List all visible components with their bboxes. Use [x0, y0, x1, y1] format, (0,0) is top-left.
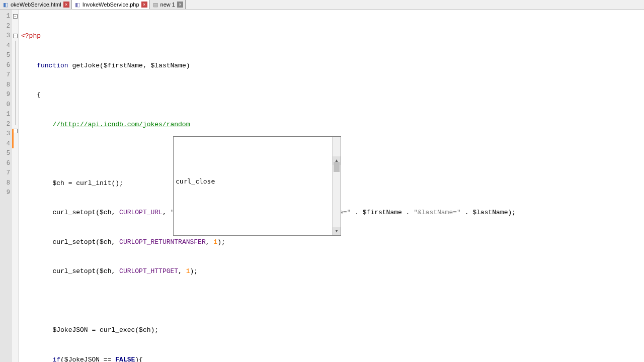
tab-label: InvokeWebService.php: [83, 2, 139, 8]
fold-toggle[interactable]: −: [13, 14, 18, 19]
change-marker: [12, 129, 14, 148]
line-number: 0: [0, 100, 12, 110]
line-number: 9: [0, 188, 12, 198]
fn-call: curl_init: [76, 179, 111, 187]
fn-call: curl_setopt: [52, 238, 96, 246]
line-number: 6: [0, 159, 12, 169]
php-icon: ◧: [74, 1, 81, 8]
line-number: 9: [0, 90, 12, 100]
line-number: 3: [0, 129, 12, 139]
const: CURLOPT_URL: [119, 209, 163, 216]
param: $firstName: [104, 62, 143, 69]
function-name: getJoke: [72, 62, 100, 69]
line-number: 7: [0, 168, 12, 178]
tab-html[interactable]: ◧ okeWebService.html ×: [0, 0, 72, 9]
number: 1: [186, 267, 190, 275]
fold-gutter: − − −: [12, 10, 19, 362]
line-number: 7: [0, 70, 12, 80]
tab-php[interactable]: ◧ InvokeWebService.php ×: [72, 0, 150, 9]
editor: 1 2 3 4 5 6 7 8 9 0 1 2 3 4 5 6 7 8 9 − …: [0, 10, 644, 362]
line-gutter: 1 2 3 4 5 6 7 8 9 0 1 2 3 4 5 6 7 8 9: [0, 10, 12, 362]
line-number: 5: [0, 149, 12, 159]
php-open-tag: <?php: [21, 32, 41, 40]
line-number: 3: [0, 31, 12, 41]
fold-line: [15, 41, 16, 125]
const: CURLOPT_RETURNTRANSFER: [119, 238, 206, 246]
fold-toggle[interactable]: −: [13, 129, 18, 133]
var: $JokeJSON: [52, 326, 88, 334]
html-icon: ◧: [2, 1, 9, 8]
string: "&lastName=": [414, 209, 461, 216]
line-number: 4: [0, 41, 12, 51]
scroll-thumb[interactable]: [334, 162, 340, 172]
scrollbar[interactable]: ▲ ▼: [332, 137, 341, 235]
line-number: 1: [0, 110, 12, 120]
tab-new[interactable]: ▤ new 1 ×: [150, 0, 186, 9]
close-icon[interactable]: ×: [63, 2, 69, 8]
line-number: 8: [0, 178, 12, 189]
line-number: 2: [0, 120, 12, 130]
const: CURLOPT_HTTPGET: [119, 267, 178, 275]
var: $ch: [52, 179, 64, 187]
code-area[interactable]: <?php function getJoke($firstName, $last…: [19, 10, 644, 362]
line-number: 4: [0, 139, 12, 149]
brace: {: [37, 91, 41, 99]
line-number: 2: [0, 22, 12, 32]
close-icon[interactable]: ×: [177, 2, 183, 8]
keyword: function: [37, 62, 68, 69]
line-number: 5: [0, 51, 12, 61]
text-icon: ▤: [152, 1, 159, 8]
fn-call: curl_exec: [100, 326, 135, 334]
bool: FALSE: [115, 356, 135, 363]
tab-bar: ◧ okeWebService.html × ◧ InvokeWebServic…: [0, 0, 644, 10]
param: $lastName: [151, 62, 186, 69]
comment-url: http://api.icndb.com/jokes/random: [60, 121, 190, 128]
close-icon[interactable]: ×: [141, 2, 147, 8]
tab-label: okeWebService.html: [11, 2, 61, 8]
autocomplete-list: curl_close curl_copy_handle curl_errno c…: [174, 156, 341, 206]
comment: //: [52, 121, 60, 128]
tab-label: new 1: [160, 2, 175, 8]
autocomplete-popup: curl_close curl_copy_handle curl_errno c…: [173, 136, 341, 236]
number: 1: [213, 238, 217, 246]
keyword: if: [52, 356, 60, 363]
line-number: 8: [0, 80, 12, 90]
fn-call: curl_setopt: [52, 267, 96, 275]
line-number: 6: [0, 61, 12, 71]
fold-toggle[interactable]: −: [13, 34, 18, 38]
scroll-down-arrow[interactable]: ▼: [333, 227, 341, 235]
autocomplete-item[interactable]: curl_close: [174, 176, 341, 187]
line-number: 1: [0, 12, 12, 22]
fn-call: curl_setopt: [52, 209, 96, 216]
